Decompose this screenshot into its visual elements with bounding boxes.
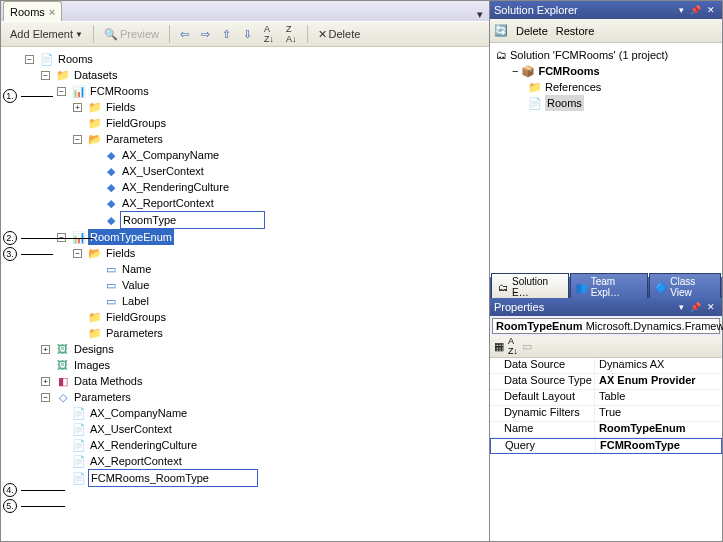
tree-roomtypeenum[interactable]: −📊RoomTypeEnum <box>57 229 489 245</box>
nav-up-button[interactable]: ⇧ <box>217 25 236 44</box>
se-restore-button[interactable]: Restore <box>556 25 595 37</box>
tree-fieldgroups2[interactable]: 📁FieldGroups <box>73 309 489 325</box>
class-view-icon: 🔷 <box>654 282 667 293</box>
panel-menu-icon[interactable]: ▾ <box>676 302 687 312</box>
sort-icon[interactable]: AZ↓ <box>508 336 518 356</box>
tree-images[interactable]: 🖼Images <box>41 357 489 373</box>
folder-open-icon: 📂 <box>87 246 102 260</box>
solution-explorer-title: Solution Explorer <box>494 4 578 16</box>
se-rooms[interactable]: 📄Rooms <box>528 95 718 111</box>
expand-icon[interactable]: + <box>41 345 50 354</box>
prop-value[interactable]: Dynamics AX <box>595 358 722 373</box>
project-icon: 📦 <box>521 63 535 79</box>
tree-datamethods[interactable]: +◧Data Methods <box>41 373 489 389</box>
add-element-button[interactable]: Add Element ▼ <box>5 25 88 43</box>
folder-open-icon: 📂 <box>87 132 102 146</box>
close-icon[interactable]: ✕ <box>704 302 718 312</box>
categorize-icon[interactable]: ▦ <box>494 340 504 353</box>
tree-ax-culture[interactable]: ◆AX_RenderingCulture <box>89 179 489 195</box>
folder-icon: 📁 <box>87 100 102 114</box>
tree-value[interactable]: ▭Value <box>89 277 489 293</box>
collapse-icon[interactable]: − <box>73 249 82 258</box>
refresh-icon[interactable]: 🔄 <box>494 24 508 37</box>
expand-icon[interactable]: + <box>73 103 82 112</box>
callout-5: 5. <box>3 499 17 513</box>
se-delete-button[interactable]: Delete <box>516 25 548 37</box>
prop-value[interactable]: RoomTypeEnum <box>595 422 722 437</box>
collapse-icon[interactable]: − <box>73 135 82 144</box>
sort-desc-button[interactable]: ZA↓ <box>281 21 302 47</box>
tree-fields[interactable]: +📁Fields <box>73 99 489 115</box>
tree-p-room[interactable]: 📄FCMRooms_RoomType <box>57 469 489 487</box>
properties-grid[interactable]: Data SourceDynamics AX Data Source TypeA… <box>490 358 722 542</box>
tab-overflow-button[interactable]: ▾ <box>471 8 489 21</box>
prop-label: Name <box>490 422 595 437</box>
tree-fieldgroups[interactable]: 📁FieldGroups <box>73 115 489 131</box>
param-icon: ◆ <box>103 196 118 210</box>
param-icon: ◆ <box>103 164 118 178</box>
tree-ax-report[interactable]: ◆AX_ReportContext <box>89 195 489 211</box>
nav-fwd-button[interactable]: ⇨ <box>196 25 215 44</box>
nav-down-button[interactable]: ⇩ <box>238 25 257 44</box>
callout-3: 3. <box>3 247 17 261</box>
panel-menu-icon[interactable]: ▾ <box>676 5 687 15</box>
dataset-icon: 📊 <box>71 84 86 98</box>
search-icon: 🔍 <box>104 28 118 41</box>
properties-header: Properties ▾ 📌 ✕ <box>490 298 722 316</box>
se-project[interactable]: −📦FCMRooms <box>512 63 718 79</box>
tree-root[interactable]: −📄Rooms <box>25 51 489 67</box>
se-references[interactable]: 📁References <box>528 79 718 95</box>
close-tab-icon[interactable]: × <box>49 6 55 18</box>
collapse-icon[interactable]: − <box>57 233 66 242</box>
pin-icon[interactable]: 📌 <box>687 302 704 312</box>
close-icon[interactable]: ✕ <box>704 5 718 15</box>
tree-label[interactable]: ▭Label <box>89 293 489 309</box>
preview-button[interactable]: 🔍Preview <box>99 25 164 44</box>
collapse-icon[interactable]: − <box>41 71 50 80</box>
tree-parameters2[interactable]: −◇Parameters <box>41 389 489 405</box>
method-icon: ◧ <box>55 374 70 388</box>
pin-icon[interactable]: 📌 <box>687 5 704 15</box>
field-icon: ▭ <box>103 294 118 308</box>
param-file-icon: 📄 <box>71 471 86 485</box>
delete-button[interactable]: ✕ Delete <box>313 25 366 44</box>
tree-parameters[interactable]: −📂Parameters <box>73 131 489 147</box>
se-solution[interactable]: 🗂Solution 'FCMRooms' (1 project) <box>496 47 718 63</box>
tree-ax-company[interactable]: ◆AX_CompanyName <box>89 147 489 163</box>
expand-icon[interactable]: + <box>41 377 50 386</box>
tree-p-ax-user[interactable]: 📄AX_UserContext <box>57 421 489 437</box>
tab-rooms[interactable]: Rooms × <box>3 1 62 21</box>
param-file-icon: 📄 <box>71 406 86 420</box>
param-file-icon: 📄 <box>71 438 86 452</box>
tree-datasets[interactable]: −📁Datasets <box>41 67 489 83</box>
collapse-icon[interactable]: − <box>512 63 518 79</box>
prop-value[interactable]: True <box>595 406 722 421</box>
property-pages-icon[interactable]: ▭ <box>522 340 532 353</box>
sort-asc-button[interactable]: AZ↓ <box>259 21 279 47</box>
tree-p-ax-culture[interactable]: 📄AX_RenderingCulture <box>57 437 489 453</box>
collapse-icon[interactable]: − <box>41 393 50 402</box>
collapse-icon[interactable]: − <box>25 55 34 64</box>
nav-back-button[interactable]: ⇦ <box>175 25 194 44</box>
tree-parameters3[interactable]: 📁Parameters <box>73 325 489 341</box>
tree-name[interactable]: ▭Name <box>89 261 489 277</box>
tree-fcmrooms[interactable]: −📊FCMRooms <box>57 83 489 99</box>
collapse-icon[interactable]: − <box>57 87 66 96</box>
prop-label: Default Layout <box>490 390 595 405</box>
prop-value[interactable]: AX Enum Provider <box>595 374 722 389</box>
tree-ax-user[interactable]: ◆AX_UserContext <box>89 163 489 179</box>
tree-roomtype[interactable]: ◆RoomType <box>89 211 489 229</box>
tree-p-ax-company[interactable]: 📄AX_CompanyName <box>57 405 489 421</box>
tree-p-ax-report[interactable]: 📄AX_ReportContext <box>57 453 489 469</box>
properties-object-selector[interactable]: RoomTypeEnum Microsoft.Dynamics.Framew ▼ <box>492 318 720 334</box>
model-tree[interactable]: 1. 2. 3. 4. 5. −📄Rooms −📁Datasets −📊FCMR… <box>1 47 489 541</box>
tree-fields2[interactable]: −📂Fields <box>73 245 489 261</box>
solution-explorer-tree[interactable]: 🗂Solution 'FCMRooms' (1 project) −📦FCMRo… <box>490 43 722 277</box>
images-icon: 🖼 <box>55 358 70 372</box>
report-icon: 📄 <box>39 52 54 66</box>
tree-designs[interactable]: +🖼Designs <box>41 341 489 357</box>
prop-value[interactable]: Table <box>595 390 722 405</box>
field-icon: ▭ <box>103 262 118 276</box>
prop-label: Dynamic Filters <box>490 406 595 421</box>
prop-value[interactable]: FCMRoomType <box>596 439 721 453</box>
